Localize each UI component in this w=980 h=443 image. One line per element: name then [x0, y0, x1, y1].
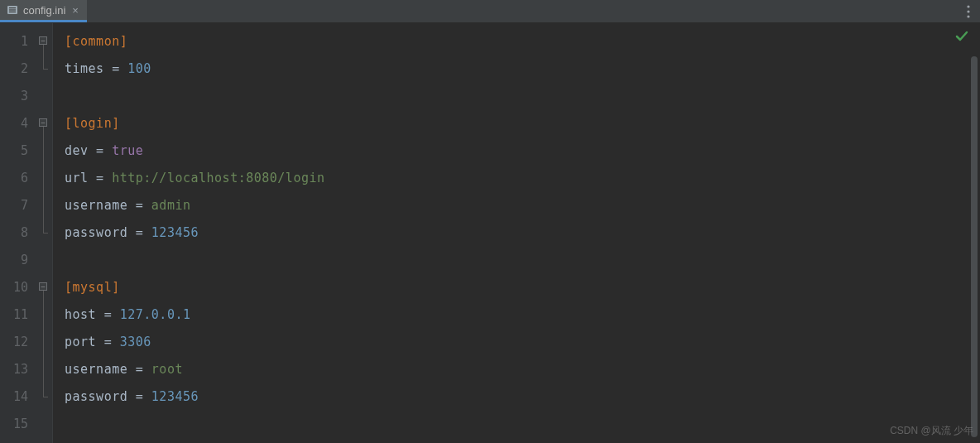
line-number: 15	[0, 411, 38, 438]
code-line[interactable]: port = 3306	[65, 329, 980, 356]
code-line[interactable]: password = 123456	[65, 383, 980, 411]
code-line[interactable]: username = root	[65, 356, 980, 383]
line-number: 9	[0, 247, 38, 274]
svg-rect-1	[9, 7, 16, 8]
token-number: 100	[127, 61, 151, 76]
more-options-button[interactable]	[957, 0, 980, 22]
token-eq: =	[96, 335, 120, 349]
line-number-gutter: 123456789101112131415	[0, 23, 38, 443]
fold-cell	[38, 165, 52, 192]
editor: 123456789101112131415 −−− [common]times …	[0, 23, 980, 443]
code-line[interactable]	[65, 411, 980, 438]
token-eq: =	[127, 198, 151, 213]
token-section: [login]	[65, 116, 120, 131]
token-key: username	[65, 362, 127, 377]
code-line[interactable]: host = 127.0.0.1	[65, 301, 980, 329]
token-key: url	[65, 171, 89, 185]
svg-point-6	[967, 15, 969, 17]
tab-bar-spacer	[87, 0, 957, 22]
token-eq: =	[104, 61, 128, 76]
code-line[interactable]: url = http://localhost:8080/login	[65, 165, 980, 192]
token-string: http://localhost:8080/login	[112, 171, 324, 185]
token-number: 3306	[120, 335, 151, 349]
line-number: 11	[0, 301, 38, 329]
fold-toggle-icon[interactable]: −	[39, 282, 47, 291]
tab-config-ini[interactable]: config.ini ×	[0, 0, 87, 22]
fold-cell	[38, 55, 52, 83]
code-line[interactable]: username = admin	[65, 192, 980, 219]
code-line[interactable]: dev = true	[65, 137, 980, 165]
fold-cell	[38, 247, 52, 274]
token-key: port	[65, 335, 96, 349]
token-eq: =	[89, 143, 113, 158]
token-eq: =	[127, 362, 151, 377]
line-number: 12	[0, 329, 38, 356]
fold-cell: −	[38, 110, 52, 137]
fold-cell	[38, 383, 52, 411]
token-eq: =	[89, 171, 113, 185]
token-eq: =	[127, 225, 151, 240]
token-key: password	[65, 389, 127, 404]
fold-cell	[38, 83, 52, 110]
vertical-scrollbar[interactable]	[971, 56, 978, 437]
line-number: 10	[0, 274, 38, 301]
fold-cell	[38, 137, 52, 165]
token-number: 123456	[151, 225, 199, 240]
fold-cell	[38, 411, 52, 438]
fold-cell	[38, 219, 52, 247]
token-section: [common]	[65, 34, 127, 49]
line-number: 14	[0, 383, 38, 411]
token-eq: =	[127, 389, 151, 404]
fold-column: −−−	[38, 23, 53, 443]
code-line[interactable]	[65, 83, 980, 110]
line-number: 6	[0, 165, 38, 192]
line-number: 2	[0, 55, 38, 83]
token-key: dev	[65, 143, 89, 158]
code-line[interactable]: [login]	[65, 110, 980, 137]
line-number: 7	[0, 192, 38, 219]
tab-bar: config.ini ×	[0, 0, 980, 23]
line-number: 5	[0, 137, 38, 165]
token-key: username	[65, 198, 127, 213]
token-key: password	[65, 225, 127, 240]
tab-label: config.ini	[23, 4, 65, 17]
fold-toggle-icon[interactable]: −	[39, 118, 47, 127]
fold-cell	[38, 356, 52, 383]
code-line[interactable]: [common]	[65, 28, 980, 55]
code-line[interactable]: [mysql]	[65, 274, 980, 301]
token-key: times	[65, 61, 104, 76]
fold-toggle-icon[interactable]: −	[39, 36, 47, 45]
line-number: 4	[0, 110, 38, 137]
token-string: root	[151, 362, 183, 377]
token-number: 123456	[151, 389, 199, 404]
code-line[interactable]: password = 123456	[65, 219, 980, 247]
fold-cell: −	[38, 28, 52, 55]
svg-rect-3	[9, 12, 16, 12]
line-number: 8	[0, 219, 38, 247]
fold-cell	[38, 329, 52, 356]
ini-file-icon	[7, 4, 18, 16]
line-number: 3	[0, 83, 38, 110]
token-number: 127.0.0.1	[120, 307, 191, 322]
token-string: admin	[151, 198, 191, 213]
code-area[interactable]: [common]times = 100[login]dev = trueurl …	[53, 23, 980, 443]
token-section: [mysql]	[65, 280, 120, 295]
svg-point-4	[967, 5, 969, 7]
token-bool: true	[112, 143, 143, 158]
fold-cell	[38, 301, 52, 329]
code-line[interactable]: times = 100	[65, 55, 980, 83]
close-icon[interactable]: ×	[72, 4, 79, 17]
fold-cell: −	[38, 274, 52, 301]
line-number: 1	[0, 28, 38, 55]
token-eq: =	[96, 307, 120, 322]
svg-rect-2	[9, 9, 16, 10]
code-line[interactable]	[65, 247, 980, 274]
watermark: CSDN @风流 少年	[890, 424, 973, 438]
token-key: host	[65, 307, 96, 322]
svg-point-5	[967, 10, 969, 12]
fold-cell	[38, 192, 52, 219]
line-number: 13	[0, 356, 38, 383]
check-icon	[955, 30, 968, 46]
